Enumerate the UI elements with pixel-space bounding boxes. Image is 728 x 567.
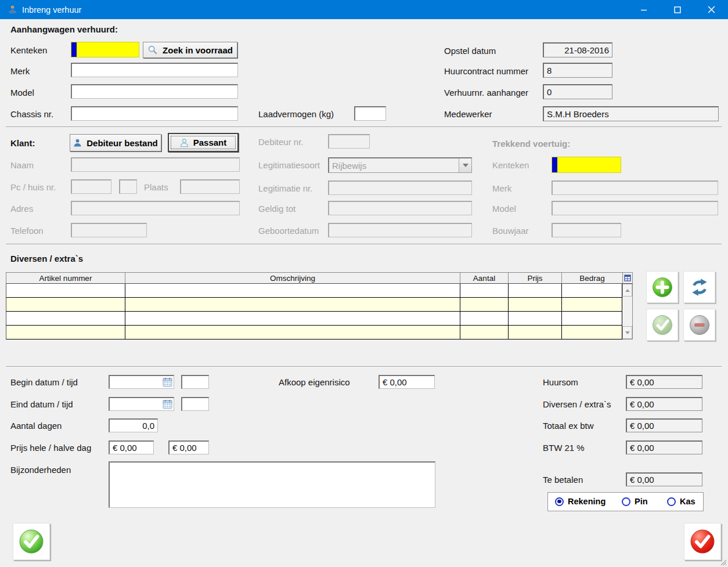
diversen-totaal-value: € 0,00	[626, 397, 702, 411]
radio-pin[interactable]: Pin	[622, 497, 648, 506]
minimize-button[interactable]	[627, 0, 661, 19]
voertuig-kenteken-label: Kenteken	[492, 160, 529, 170]
merk-input[interactable]	[71, 63, 238, 77]
column-header-bedrag[interactable]: Bedrag	[561, 272, 622, 284]
table-cell[interactable]	[460, 298, 508, 312]
separator	[6, 127, 722, 128]
table-cell[interactable]	[460, 312, 508, 326]
refresh-button[interactable]	[683, 271, 715, 303]
naam-input	[71, 157, 240, 172]
laadvermogen-input[interactable]	[354, 106, 386, 121]
resize-grip[interactable]	[719, 558, 727, 566]
legitimatiesoort-select: Rijbewijs	[328, 157, 472, 173]
debiteur-nr-input	[328, 134, 370, 149]
radio-kas-label: Kas	[680, 497, 695, 506]
table-cell[interactable]	[508, 312, 561, 326]
geldig-tot-input	[328, 201, 472, 215]
plate-eu-strip	[552, 157, 557, 172]
prijs-hele-dag-input[interactable]	[109, 440, 154, 454]
scroll-up-icon[interactable]	[622, 284, 632, 297]
prijs-halve-dag-input[interactable]	[168, 440, 209, 454]
afkoop-label: Afkoop eigenrisico	[279, 377, 350, 387]
table-cell[interactable]	[561, 298, 622, 312]
table-cell[interactable]	[6, 312, 125, 326]
scroll-down-icon[interactable]	[622, 326, 632, 339]
table-cell[interactable]	[125, 326, 460, 340]
bijzonderheden-textarea[interactable]	[109, 461, 435, 508]
telefoon-label: Telefoon	[10, 226, 44, 236]
cancel-check-icon	[689, 528, 716, 555]
table-cell[interactable]	[561, 284, 622, 298]
passant-label: Passant	[193, 138, 227, 147]
radio-rekening-label: Rekening	[568, 497, 606, 506]
table-cell[interactable]	[508, 284, 561, 298]
table-cell[interactable]	[561, 312, 622, 326]
radio-kas[interactable]: Kas	[667, 497, 695, 506]
table-header-row: Artikel nummer Omschrijving Aantal Prijs…	[6, 272, 633, 284]
chassis-input[interactable]	[71, 106, 238, 121]
table-cell[interactable]	[508, 326, 561, 340]
calendar-icon[interactable]	[163, 399, 172, 409]
column-header-aantal[interactable]: Aantal	[460, 272, 508, 284]
medewerker-value: S.M.H Broeders	[543, 106, 719, 121]
confirm-row-button[interactable]	[646, 309, 678, 341]
aantal-dagen-input[interactable]	[109, 418, 158, 432]
zoek-in-voorraad-label: Zoek in voorraad	[163, 45, 233, 55]
column-header-omschrijving[interactable]: Omschrijving	[125, 272, 460, 284]
table-cell[interactable]	[460, 326, 508, 340]
ok-button[interactable]	[13, 523, 50, 560]
huursom-value: € 0,00	[626, 375, 702, 389]
table-row	[6, 298, 622, 312]
app-icon	[8, 5, 17, 15]
model-label: Model	[10, 88, 34, 97]
cancel-button[interactable]	[684, 523, 721, 560]
plaats-input	[180, 179, 240, 194]
afkoop-input[interactable]	[379, 375, 435, 389]
maximize-button[interactable]	[661, 0, 694, 19]
opstel-datum-label: Opstel datum	[444, 46, 496, 56]
table-cell[interactable]	[125, 312, 460, 326]
table-cell[interactable]	[125, 284, 460, 298]
kenteken-input[interactable]	[71, 42, 139, 57]
merk-label: Merk	[10, 66, 30, 76]
minus-icon	[689, 314, 711, 336]
table-cell[interactable]	[561, 326, 622, 340]
begin-tijd-input[interactable]	[181, 375, 209, 389]
naam-label: Naam	[10, 160, 34, 170]
eind-datum-label: Eind datum / tijd	[10, 399, 73, 409]
eind-tijd-input[interactable]	[181, 397, 209, 411]
section-title-trekkend-voertuig: Trekkend voertuig:	[492, 139, 570, 149]
calendar-icon[interactable]	[163, 377, 172, 387]
passant-button[interactable]: Passant	[168, 133, 239, 152]
radio-rekening[interactable]: Rekening	[555, 497, 606, 506]
column-header-prijs[interactable]: Prijs	[508, 272, 561, 284]
pc-huis-label: Pc / huis nr.	[10, 182, 56, 192]
radio-icon	[555, 497, 564, 506]
plus-icon	[651, 276, 673, 298]
column-header-artikel-nummer[interactable]: Artikel nummer	[6, 272, 125, 284]
debiteur-bestand-label: Debiteur bestand	[87, 138, 158, 148]
voertuig-kenteken-input[interactable]	[552, 157, 621, 173]
huisnummer-input	[119, 179, 137, 194]
table-cell[interactable]	[508, 298, 561, 312]
table-cell[interactable]	[125, 298, 460, 312]
table-cell[interactable]	[6, 326, 125, 340]
model-input[interactable]	[71, 84, 238, 99]
table-cell[interactable]	[460, 284, 508, 298]
voertuig-model-label: Model	[492, 204, 516, 214]
table-scrollbar[interactable]	[622, 284, 633, 340]
close-button[interactable]	[694, 0, 728, 19]
table-cell[interactable]	[6, 284, 125, 298]
table-cell[interactable]	[6, 298, 125, 312]
remove-row-button[interactable]	[683, 309, 715, 341]
kenteken-label: Kenteken	[10, 45, 47, 55]
voertuig-merk-label: Merk	[492, 183, 511, 193]
begin-datum-input[interactable]	[109, 375, 174, 389]
titlebar: Inbreng verhuur	[0, 0, 728, 19]
add-row-button[interactable]	[646, 271, 678, 303]
debiteur-bestand-button[interactable]: Debiteur bestand	[70, 134, 161, 151]
table-grid-icon[interactable]	[622, 272, 633, 284]
huurcontract-label: Huurcontract nummer	[444, 66, 528, 76]
zoek-in-voorraad-button[interactable]: Zoek in voorraad	[143, 42, 237, 58]
eind-datum-input[interactable]	[109, 397, 174, 411]
